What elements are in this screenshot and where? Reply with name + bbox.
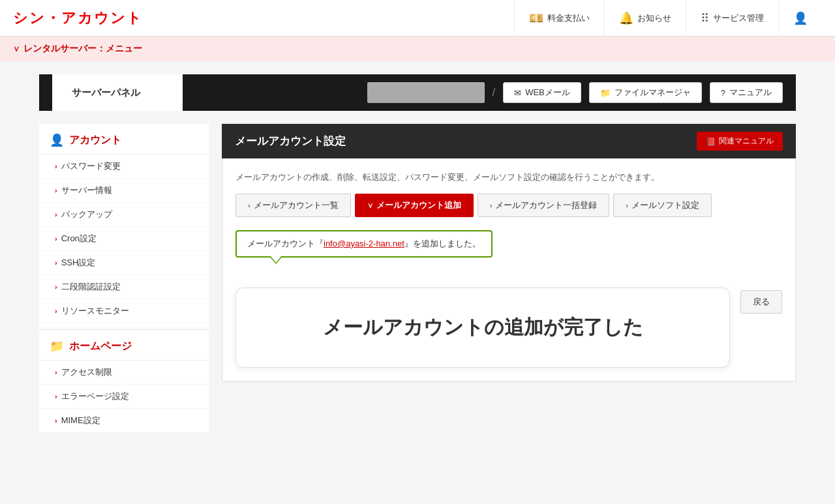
panel-header: サーバーパネル / ✉ WEBメール 📁 ファイルマネージャ ? マニュアル [39,74,796,111]
sidebar-item-label: MIME設定 [61,415,100,426]
breadcrumb-label: レンタルサーバー：メニュー [23,43,142,55]
sidebar-item-cron[interactable]: › Cron設定 [39,227,209,251]
nav-items: 💴 料金支払い 🔔 お知らせ ⠿ サービス管理 👤 [514,0,822,37]
tab-arrow-icon: › [626,201,628,209]
panel-header-actions: / ✉ WEBメール 📁 ファイルマネージャ ? マニュアル [367,82,783,103]
sidebar-item-server-info[interactable]: › サーバー情報 [39,179,209,203]
tab-mail-account-bulk[interactable]: › メールアカウント一括登録 [478,194,610,217]
slash-separator: / [493,87,495,98]
bubble-tail-inner [271,256,281,263]
sidebar-item-backup[interactable]: › バックアップ [39,203,209,227]
sidebar-item-password-change[interactable]: › パスワード変更 [39,155,209,179]
completion-text: メールアカウントの追加が完了した [323,316,643,338]
success-suffix: 』を追加しました。 [404,239,481,248]
back-button[interactable]: 戻る [740,290,782,314]
web-mail-label: WEBメール [525,87,570,98]
tab-mail-account-list[interactable]: › メールアカウント一覧 [235,194,351,217]
account-section-title: アカウント [69,134,121,147]
main-wrapper: 👤 アカウント › パスワード変更 › サーバー情報 › バックアップ › Cr… [39,124,796,433]
web-mail-button[interactable]: ✉ WEBメール [503,82,581,103]
server-selector[interactable] [367,82,485,103]
sidebar-item-2fa[interactable]: › 二段階認証設定 [39,275,209,299]
arrow-icon: › [55,393,57,400]
page-description: メールアカウントの作成、削除、転送設定、パスワード変更、メールソフト設定の確認を… [235,171,782,183]
related-manual-button[interactable]: 📕 関連マニュアル [697,132,783,151]
sidebar-item-access-control[interactable]: › アクセス制限 [39,361,209,385]
sidebar-item-label: SSH設定 [61,257,96,269]
arrow-icon: › [55,307,57,315]
sidebar-item-label: 二段階認証設定 [61,281,121,293]
tab-bulk-label: メールアカウント一括登録 [495,200,597,211]
tab-mail-soft-settings[interactable]: › メールソフト設定 [613,194,712,217]
arrow-icon: › [55,235,57,243]
arrow-icon: › [55,162,57,170]
tab-add-label: メールアカウント追加 [376,200,461,211]
arrow-icon: › [55,417,57,424]
success-prefix: メールアカウント『 [247,239,324,248]
manual-icon: ? [721,88,725,98]
sidebar-item-label: リソースモニター [61,305,129,317]
sidebar-item-mime[interactable]: › MIME設定 [39,409,209,433]
bell-icon: 🔔 [619,11,633,25]
manual-button[interactable]: ? マニュアル [710,82,783,103]
nav-user[interactable]: 👤 [778,0,822,37]
grid-icon: ⠿ [701,11,709,25]
success-email: info@ayasi-2-han.net [324,239,404,248]
sidebar-item-label: バックアップ [61,209,112,220]
tab-arrow-icon: › [490,201,493,209]
sidebar-item-error-page[interactable]: › エラーページ設定 [39,385,209,409]
tab-mail-account-add[interactable]: ∨ メールアカウント追加 [355,194,474,217]
content-area: メールアカウント設定 📕 関連マニュアル メールアカウントの作成、削除、転送設定… [209,124,796,433]
sidebar-item-label: アクセス制限 [61,366,112,378]
server-panel-label: サーバーパネル [52,74,183,111]
breadcrumb-chevron-icon: ∨ [13,44,20,55]
tab-arrow-icon: ∨ [367,201,373,211]
completion-area: メールアカウントの追加が完了した 戻る [235,288,782,368]
arrow-icon: › [55,211,57,218]
sidebar-section-homepage: 📁 ホームページ [39,329,209,361]
content-body: メールアカウントの作成、削除、転送設定、パスワード変更、メールソフト設定の確認を… [222,158,796,381]
sidebar-item-label: パスワード変更 [61,160,121,172]
web-mail-icon: ✉ [514,88,521,98]
arrow-icon: › [55,283,57,291]
sidebar-item-resource-monitor[interactable]: › リソースモニター [39,299,209,323]
nav-billing-label: 料金支払い [547,12,590,24]
sidebar-item-label: サーバー情報 [61,185,112,196]
account-section-icon: 👤 [50,133,64,147]
nav-billing[interactable]: 💴 料金支払い [514,0,604,37]
manual-label: マニュアル [729,87,772,98]
success-message-box: メールアカウント『info@ayasi-2-han.net』を追加しました。 [235,230,493,258]
homepage-section-title: ホームページ [69,340,132,353]
completion-card: メールアカウントの追加が完了した [235,288,730,368]
file-manager-icon: 📁 [600,88,611,98]
sidebar: 👤 アカウント › パスワード変更 › サーバー情報 › バックアップ › Cr… [39,124,209,433]
arrow-icon: › [55,259,57,267]
top-navigation: シン・アカウント 💴 料金支払い 🔔 お知らせ ⠿ サービス管理 👤 [0,0,835,37]
related-manual-label: 関連マニュアル [719,136,774,147]
site-logo: シン・アカウント [13,8,514,28]
nav-service-management[interactable]: ⠿ サービス管理 [686,0,778,37]
book-icon: 📕 [706,137,716,146]
arrow-icon: › [55,186,57,194]
billing-icon: 💴 [529,11,543,25]
tab-mailsoft-label: メールソフト設定 [631,200,699,211]
sidebar-section-account: 👤 アカウント [39,124,209,155]
back-button-label: 戻る [753,297,770,306]
page-title: メールアカウント設定 [235,134,346,149]
user-icon: 👤 [793,11,808,25]
breadcrumb[interactable]: ∨ レンタルサーバー：メニュー [0,37,835,61]
nav-service-label: サービス管理 [713,12,764,24]
sidebar-item-ssh[interactable]: › SSH設定 [39,251,209,275]
arrow-icon: › [55,368,57,376]
content-header: メールアカウント設定 📕 関連マニュアル [222,124,796,158]
sidebar-item-label: Cron設定 [61,233,97,245]
tab-arrow-icon: › [248,201,250,209]
sidebar-item-label: エラーページ設定 [61,391,129,402]
tab-bar: › メールアカウント一覧 ∨ メールアカウント追加 › メールアカウント一括登録… [235,194,782,217]
file-manager-label: ファイルマネージャ [615,87,691,98]
nav-notifications-label: お知らせ [637,12,671,24]
nav-notifications[interactable]: 🔔 お知らせ [604,0,686,37]
homepage-section-icon: 📁 [50,339,64,353]
tab-list-label: メールアカウント一覧 [254,200,339,211]
file-manager-button[interactable]: 📁 ファイルマネージャ [589,82,702,103]
